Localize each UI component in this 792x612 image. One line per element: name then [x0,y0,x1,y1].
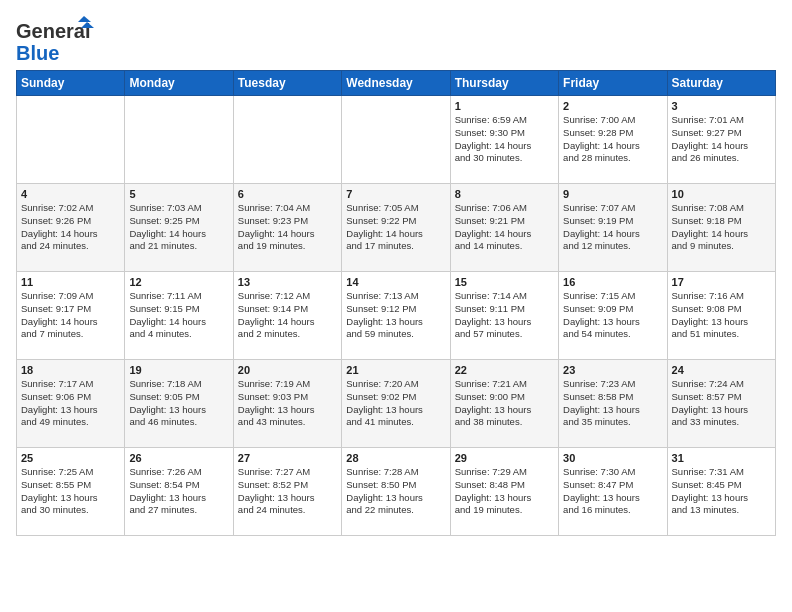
calendar-cell: 23Sunrise: 7:23 AM Sunset: 8:58 PM Dayli… [559,360,667,448]
day-number: 9 [563,188,662,200]
day-info: Sunrise: 7:09 AM Sunset: 9:17 PM Dayligh… [21,290,120,341]
day-info: Sunrise: 7:14 AM Sunset: 9:11 PM Dayligh… [455,290,554,341]
day-number: 25 [21,452,120,464]
calendar-cell: 29Sunrise: 7:29 AM Sunset: 8:48 PM Dayli… [450,448,558,536]
calendar-cell: 9Sunrise: 7:07 AM Sunset: 9:19 PM Daylig… [559,184,667,272]
calendar-table: SundayMondayTuesdayWednesdayThursdayFrid… [16,70,776,536]
weekday-header-saturday: Saturday [667,71,775,96]
day-info: Sunrise: 7:08 AM Sunset: 9:18 PM Dayligh… [672,202,771,253]
day-number: 11 [21,276,120,288]
calendar-cell: 22Sunrise: 7:21 AM Sunset: 9:00 PM Dayli… [450,360,558,448]
day-info: Sunrise: 7:31 AM Sunset: 8:45 PM Dayligh… [672,466,771,517]
day-info: Sunrise: 7:20 AM Sunset: 9:02 PM Dayligh… [346,378,445,429]
calendar-cell: 24Sunrise: 7:24 AM Sunset: 8:57 PM Dayli… [667,360,775,448]
calendar-cell: 10Sunrise: 7:08 AM Sunset: 9:18 PM Dayli… [667,184,775,272]
day-info: Sunrise: 7:04 AM Sunset: 9:23 PM Dayligh… [238,202,337,253]
day-number: 14 [346,276,445,288]
day-number: 22 [455,364,554,376]
day-number: 31 [672,452,771,464]
day-info: Sunrise: 7:24 AM Sunset: 8:57 PM Dayligh… [672,378,771,429]
calendar-cell: 1Sunrise: 6:59 AM Sunset: 9:30 PM Daylig… [450,96,558,184]
day-number: 4 [21,188,120,200]
calendar-cell [125,96,233,184]
calendar-cell: 16Sunrise: 7:15 AM Sunset: 9:09 PM Dayli… [559,272,667,360]
page-header: GeneralBlue [16,16,776,66]
calendar-cell: 20Sunrise: 7:19 AM Sunset: 9:03 PM Dayli… [233,360,341,448]
day-number: 10 [672,188,771,200]
calendar-cell: 4Sunrise: 7:02 AM Sunset: 9:26 PM Daylig… [17,184,125,272]
day-number: 12 [129,276,228,288]
day-info: Sunrise: 6:59 AM Sunset: 9:30 PM Dayligh… [455,114,554,165]
calendar-cell: 13Sunrise: 7:12 AM Sunset: 9:14 PM Dayli… [233,272,341,360]
calendar-week-2: 4Sunrise: 7:02 AM Sunset: 9:26 PM Daylig… [17,184,776,272]
day-info: Sunrise: 7:01 AM Sunset: 9:27 PM Dayligh… [672,114,771,165]
svg-text:General: General [16,20,90,42]
calendar-week-5: 25Sunrise: 7:25 AM Sunset: 8:55 PM Dayli… [17,448,776,536]
weekday-header-tuesday: Tuesday [233,71,341,96]
logo-icon: GeneralBlue [16,16,96,66]
calendar-cell: 11Sunrise: 7:09 AM Sunset: 9:17 PM Dayli… [17,272,125,360]
calendar-cell: 15Sunrise: 7:14 AM Sunset: 9:11 PM Dayli… [450,272,558,360]
day-number: 13 [238,276,337,288]
day-info: Sunrise: 7:29 AM Sunset: 8:48 PM Dayligh… [455,466,554,517]
calendar-cell [17,96,125,184]
day-info: Sunrise: 7:05 AM Sunset: 9:22 PM Dayligh… [346,202,445,253]
day-number: 27 [238,452,337,464]
day-info: Sunrise: 7:26 AM Sunset: 8:54 PM Dayligh… [129,466,228,517]
day-info: Sunrise: 7:13 AM Sunset: 9:12 PM Dayligh… [346,290,445,341]
day-info: Sunrise: 7:03 AM Sunset: 9:25 PM Dayligh… [129,202,228,253]
weekday-header-monday: Monday [125,71,233,96]
day-info: Sunrise: 7:18 AM Sunset: 9:05 PM Dayligh… [129,378,228,429]
day-number: 18 [21,364,120,376]
weekday-header-wednesday: Wednesday [342,71,450,96]
weekday-header-friday: Friday [559,71,667,96]
day-info: Sunrise: 7:00 AM Sunset: 9:28 PM Dayligh… [563,114,662,165]
day-info: Sunrise: 7:23 AM Sunset: 8:58 PM Dayligh… [563,378,662,429]
calendar-cell: 6Sunrise: 7:04 AM Sunset: 9:23 PM Daylig… [233,184,341,272]
day-number: 6 [238,188,337,200]
weekday-header-sunday: Sunday [17,71,125,96]
day-number: 17 [672,276,771,288]
calendar-cell: 27Sunrise: 7:27 AM Sunset: 8:52 PM Dayli… [233,448,341,536]
calendar-cell: 30Sunrise: 7:30 AM Sunset: 8:47 PM Dayli… [559,448,667,536]
day-info: Sunrise: 7:25 AM Sunset: 8:55 PM Dayligh… [21,466,120,517]
calendar-week-3: 11Sunrise: 7:09 AM Sunset: 9:17 PM Dayli… [17,272,776,360]
day-info: Sunrise: 7:15 AM Sunset: 9:09 PM Dayligh… [563,290,662,341]
calendar-week-1: 1Sunrise: 6:59 AM Sunset: 9:30 PM Daylig… [17,96,776,184]
calendar-cell: 5Sunrise: 7:03 AM Sunset: 9:25 PM Daylig… [125,184,233,272]
day-info: Sunrise: 7:16 AM Sunset: 9:08 PM Dayligh… [672,290,771,341]
day-info: Sunrise: 7:19 AM Sunset: 9:03 PM Dayligh… [238,378,337,429]
day-info: Sunrise: 7:28 AM Sunset: 8:50 PM Dayligh… [346,466,445,517]
day-number: 20 [238,364,337,376]
day-info: Sunrise: 7:07 AM Sunset: 9:19 PM Dayligh… [563,202,662,253]
day-number: 2 [563,100,662,112]
day-number: 7 [346,188,445,200]
day-number: 5 [129,188,228,200]
day-info: Sunrise: 7:17 AM Sunset: 9:06 PM Dayligh… [21,378,120,429]
calendar-cell: 18Sunrise: 7:17 AM Sunset: 9:06 PM Dayli… [17,360,125,448]
calendar-cell: 21Sunrise: 7:20 AM Sunset: 9:02 PM Dayli… [342,360,450,448]
day-number: 15 [455,276,554,288]
day-number: 24 [672,364,771,376]
calendar-cell: 31Sunrise: 7:31 AM Sunset: 8:45 PM Dayli… [667,448,775,536]
day-info: Sunrise: 7:12 AM Sunset: 9:14 PM Dayligh… [238,290,337,341]
svg-marker-2 [78,16,91,22]
calendar-cell: 17Sunrise: 7:16 AM Sunset: 9:08 PM Dayli… [667,272,775,360]
logo: GeneralBlue [16,16,96,66]
calendar-cell [233,96,341,184]
day-number: 19 [129,364,228,376]
calendar-cell: 14Sunrise: 7:13 AM Sunset: 9:12 PM Dayli… [342,272,450,360]
day-info: Sunrise: 7:06 AM Sunset: 9:21 PM Dayligh… [455,202,554,253]
calendar-cell [342,96,450,184]
calendar-cell: 19Sunrise: 7:18 AM Sunset: 9:05 PM Dayli… [125,360,233,448]
calendar-cell: 12Sunrise: 7:11 AM Sunset: 9:15 PM Dayli… [125,272,233,360]
calendar-cell: 26Sunrise: 7:26 AM Sunset: 8:54 PM Dayli… [125,448,233,536]
day-info: Sunrise: 7:11 AM Sunset: 9:15 PM Dayligh… [129,290,228,341]
calendar-cell: 8Sunrise: 7:06 AM Sunset: 9:21 PM Daylig… [450,184,558,272]
calendar-cell: 28Sunrise: 7:28 AM Sunset: 8:50 PM Dayli… [342,448,450,536]
day-number: 16 [563,276,662,288]
weekday-header-thursday: Thursday [450,71,558,96]
day-number: 29 [455,452,554,464]
calendar-cell: 7Sunrise: 7:05 AM Sunset: 9:22 PM Daylig… [342,184,450,272]
day-info: Sunrise: 7:02 AM Sunset: 9:26 PM Dayligh… [21,202,120,253]
